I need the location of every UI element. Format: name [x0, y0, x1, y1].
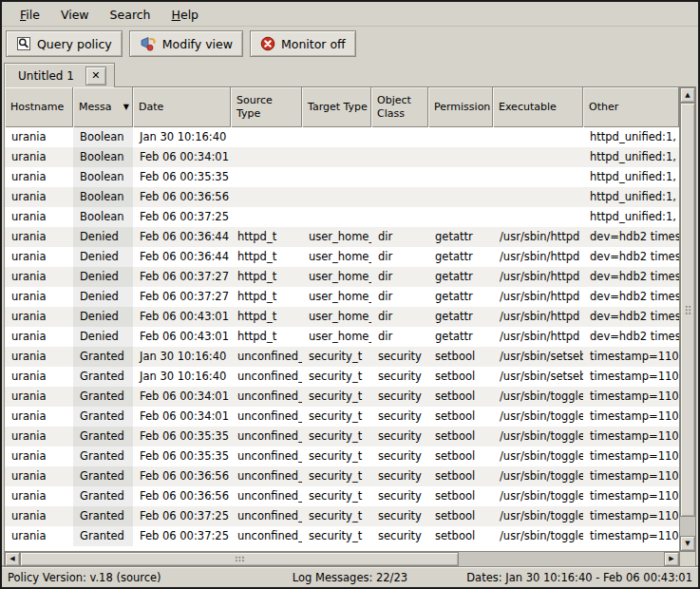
column-header-label: Object Class [377, 94, 425, 121]
query-policy-button[interactable]: Query policy [6, 30, 123, 57]
vertical-scrollbar-track[interactable] [680, 517, 695, 536]
cell-object-class: security [371, 486, 428, 506]
table-row[interactable]: uraniaGrantedFeb 06 00:37:25unconfined_s… [5, 526, 679, 546]
vertical-scrollbar-thumb[interactable] [680, 103, 695, 517]
cell-other: timestamp=11076 [583, 506, 679, 526]
horizontal-scrollbar-track[interactable] [459, 552, 664, 566]
cell-date: Feb 06 00:37:25 [133, 207, 231, 227]
cell-other: httpd_unified:1, h [583, 187, 679, 207]
cell-hostname: urania [5, 466, 73, 486]
column-header-label: Source Type [236, 94, 298, 121]
menu-view[interactable]: View [50, 4, 100, 26]
scroll-up-button[interactable]: ▲ [680, 87, 695, 103]
cell-hostname: urania [5, 207, 73, 227]
cell-hostname: urania [5, 327, 73, 347]
table-row[interactable]: uraniaDeniedFeb 06 00:37:27httpd_tuser_h… [5, 267, 679, 287]
cell-messa: Granted [73, 387, 133, 407]
vertical-scrollbar[interactable]: ▲ ▼ [679, 87, 695, 551]
cell-executable: /usr/sbin/toggle [493, 506, 583, 526]
cell-other: timestamp=11076 [583, 526, 679, 546]
cell-object-class: security [371, 347, 428, 367]
cell-messa: Granted [73, 347, 133, 367]
menu-file[interactable]: File [9, 4, 50, 26]
tab-close-button[interactable]: ✕ [85, 66, 106, 86]
cell-hostname: urania [5, 267, 73, 287]
scroll-left-icon: ◀ [9, 556, 14, 562]
sort-descending-icon: ▼ [120, 103, 129, 112]
monitor-off-button[interactable]: Monitor off [250, 30, 356, 57]
table-row[interactable]: uraniaGrantedFeb 06 00:35:35unconfined_s… [5, 427, 679, 446]
cell-hostname: urania [5, 127, 73, 147]
column-header-date[interactable]: Date [133, 87, 231, 127]
cell-date: Feb 06 00:36:44 [133, 227, 231, 247]
cell-permission: setbool [428, 506, 493, 526]
modify-view-button[interactable]: Modify view [129, 30, 243, 57]
table-row[interactable]: uraniaBooleanFeb 06 00:37:25httpd_unifie… [5, 207, 679, 227]
cell-date: Jan 30 10:16:40 [133, 127, 231, 147]
cell-messa: Boolean [73, 207, 133, 227]
cell-other: timestamp=11076 [583, 446, 679, 466]
cell-permission [428, 167, 493, 187]
policy-version-status: Policy Version: v.18 (source) [8, 571, 161, 584]
column-header-source-type[interactable]: Source Type [231, 87, 302, 127]
cell-messa: Granted [73, 526, 133, 546]
column-header-object-class[interactable]: Object Class [371, 87, 428, 127]
cell-source-type: httpd_t [231, 327, 302, 347]
table-row[interactable]: uraniaDeniedFeb 06 00:36:44httpd_tuser_h… [5, 247, 679, 267]
table-row[interactable]: uraniaDeniedFeb 06 00:37:27httpd_tuser_h… [5, 287, 679, 307]
cell-permission: setbool [428, 466, 493, 486]
column-header-executable[interactable]: Executable [493, 87, 583, 127]
cell-hostname: urania [5, 367, 73, 387]
cell-date: Feb 06 00:36:56 [133, 187, 231, 207]
scroll-left-button[interactable]: ◀ [5, 552, 20, 566]
cell-executable: /usr/sbin/httpd [493, 267, 583, 287]
table-row[interactable]: uraniaBooleanFeb 06 00:35:35httpd_unifie… [5, 167, 679, 187]
cell-messa: Granted [73, 466, 133, 486]
table-row[interactable]: uraniaBooleanFeb 06 00:36:56httpd_unifie… [5, 187, 679, 207]
cell-object-class: dir [371, 247, 428, 267]
column-header-other[interactable]: Other [583, 87, 679, 127]
table-row[interactable]: uraniaGrantedFeb 06 00:37:25unconfined_s… [5, 506, 679, 526]
cell-hostname: urania [5, 506, 73, 526]
cell-source-type: unconfined_ [231, 347, 302, 367]
column-header-messa[interactable]: Messa▼ [73, 87, 133, 127]
menu-search[interactable]: Search [100, 4, 161, 26]
cell-target-type: user_home_ [302, 327, 371, 347]
scroll-down-icon: ▼ [685, 541, 690, 547]
horizontal-scrollbar[interactable]: ◀ ▶ [5, 551, 679, 566]
cell-executable: /usr/sbin/setseb [493, 367, 583, 387]
cell-hostname: urania [5, 247, 73, 267]
table-row[interactable]: uraniaGrantedFeb 06 00:34:01unconfined_s… [5, 387, 679, 407]
cell-messa: Boolean [73, 127, 133, 147]
table-row[interactable]: uraniaDeniedFeb 06 00:43:01httpd_tuser_h… [5, 307, 679, 327]
cell-other: dev=hdb2 timesta [583, 327, 679, 347]
column-header-target-type[interactable]: Target Type [302, 87, 371, 127]
cell-source-type: unconfined_ [231, 526, 302, 546]
cell-other: timestamp=11076 [583, 427, 679, 446]
cell-permission: getattr [428, 307, 493, 327]
table-row[interactable]: uraniaGrantedFeb 06 00:35:35unconfined_s… [5, 446, 679, 466]
cell-date: Feb 06 00:36:44 [133, 247, 231, 267]
cell-hostname: urania [5, 307, 73, 327]
cell-source-type [231, 127, 302, 147]
menu-help[interactable]: Help [161, 4, 210, 26]
table-row[interactable]: uraniaDeniedFeb 06 00:36:44httpd_tuser_h… [5, 227, 679, 247]
tab-untitled-1[interactable]: Untitled 1 ✕ [4, 63, 115, 87]
column-header-permission[interactable]: Permission [428, 87, 493, 127]
table-row[interactable]: uraniaBooleanJan 30 10:16:40httpd_unifie… [5, 127, 679, 147]
table-row[interactable]: uraniaBooleanFeb 06 00:34:01httpd_unifie… [5, 147, 679, 167]
scroll-down-button[interactable]: ▼ [680, 536, 695, 551]
scroll-right-button[interactable]: ▶ [664, 552, 679, 566]
cell-messa: Boolean [73, 187, 133, 207]
cell-target-type: security_t [302, 347, 371, 367]
table-row[interactable]: uraniaGrantedJan 30 10:16:40unconfined_s… [5, 347, 679, 367]
table-row[interactable]: uraniaGrantedFeb 06 00:36:56unconfined_s… [5, 466, 679, 486]
cell-target-type: user_home_ [302, 227, 371, 247]
horizontal-scrollbar-thumb[interactable] [20, 552, 459, 566]
table-row[interactable]: uraniaGrantedFeb 06 00:36:56unconfined_s… [5, 486, 679, 506]
table-row[interactable]: uraniaDeniedFeb 06 00:43:01httpd_tuser_h… [5, 327, 679, 347]
table-row[interactable]: uraniaGrantedFeb 06 00:34:01unconfined_s… [5, 407, 679, 427]
table-row[interactable]: uraniaGrantedJan 30 10:16:40unconfined_s… [5, 367, 679, 387]
column-header-hostname[interactable]: Hostname [5, 87, 73, 127]
cell-object-class: dir [371, 287, 428, 307]
